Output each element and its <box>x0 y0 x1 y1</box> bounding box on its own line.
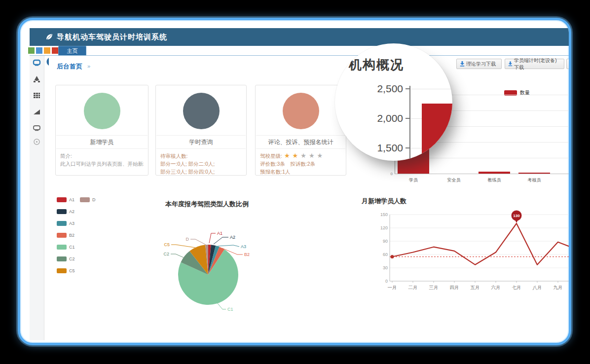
pie-legend-item[interactable]: B2 <box>57 233 74 238</box>
legend-label: A1 <box>69 197 74 202</box>
decor-square-orange <box>44 47 50 54</box>
sidebar-collapse-icon[interactable] <box>44 57 49 66</box>
pie-label-leader <box>214 237 228 244</box>
x-axis <box>395 174 569 174</box>
legend-label: C2 <box>69 256 75 261</box>
peak-pin-label: 130 <box>513 214 520 218</box>
pie-legend-item[interactable]: A2 <box>57 209 74 214</box>
x-month-label: 八月 <box>533 285 542 291</box>
star-icon: ★ <box>300 152 307 160</box>
star-icon: ★ <box>317 152 324 160</box>
legend-swatch <box>57 268 67 273</box>
card-title: 学时查询 <box>156 136 246 148</box>
card-line: 简介: <box>60 152 144 160</box>
pie-chart: A1A2A3B2C1C2C5D <box>148 210 311 328</box>
pie-legend-item[interactable]: C5 <box>57 268 75 273</box>
x-month-label: 四月 <box>450 285 459 290</box>
y-tick-label: 0 <box>368 172 393 176</box>
legend-swatch <box>80 197 90 202</box>
pie-slice-label: D <box>186 237 189 242</box>
legend-swatch <box>57 197 67 202</box>
entry-card[interactable]: 学时查询待审核人数:部分一:0人; 部分二:0人;部分三:0人; 部分四:0人; <box>155 85 247 176</box>
pie-slice-label: A2 <box>230 235 235 240</box>
pie-label-leader <box>171 254 184 257</box>
pie-slice-label: B2 <box>244 252 250 257</box>
legend-label: C1 <box>69 245 75 250</box>
app-header: 导航机动车驾驶员计时培训系统 <box>30 28 569 46</box>
sidebar-sitemap-icon[interactable] <box>33 75 41 83</box>
card-line: 部分一:0人; 部分二:0人; <box>160 160 242 168</box>
app-title: 导航机动车驾驶员计时培训系统 <box>57 33 167 42</box>
button-label: 理论学习下载 <box>466 61 496 68</box>
card-line: 待审核人数: <box>160 152 242 160</box>
app-frame: 导航机动车驾驶员计时培训系统 主页 <box>18 18 571 345</box>
decor-square-red <box>52 47 58 54</box>
pie-label-leader <box>190 239 206 245</box>
legend-label: D <box>92 197 96 202</box>
y-tick-label: 120 <box>380 225 388 230</box>
legend-label: C5 <box>69 268 75 273</box>
legend-swatch <box>57 245 67 250</box>
sidebar <box>30 56 44 340</box>
decor-square-blue <box>36 47 42 54</box>
sidebar-chart-icon[interactable] <box>33 108 41 116</box>
card-title: 评论、投诉、预报名统计 <box>256 136 346 148</box>
x-category-label: 安全员 <box>437 177 471 183</box>
tab-home[interactable]: 主页 <box>58 46 86 55</box>
legend-swatch <box>57 209 67 214</box>
pie-legend-item[interactable]: A1 <box>57 197 74 202</box>
leaf-logo-icon <box>45 33 54 41</box>
tick-mark <box>406 147 410 148</box>
card-title: 新增学员 <box>56 136 148 148</box>
magnified-tick-label: 2,500 <box>354 83 403 95</box>
bar <box>479 172 510 174</box>
pie-legend-item[interactable]: C1 <box>57 245 75 250</box>
magnifier-overlay: 机构概况 2,500 2,000 1,500 <box>335 43 452 161</box>
star-icon: ★ <box>293 152 299 160</box>
x-month-label: 九月 <box>553 285 563 290</box>
clipped-download-button[interactable] <box>566 59 571 69</box>
pie-legend-item[interactable]: C2 <box>57 256 75 261</box>
entry-card[interactable]: 新增学员简介:此入口可到达学员列表页面、开始新增学 <box>55 85 148 176</box>
rating-row: 驾校星级:★★★★★ <box>260 152 341 160</box>
rating-label: 驾校星级: <box>260 152 282 160</box>
pie-label-leader <box>218 303 226 309</box>
pie-legend-item[interactable]: D <box>80 197 96 202</box>
card-line: 部分三:0人; 部分四:0人; <box>160 168 242 176</box>
card-description: 待审核人数:部分一:0人; 部分二:0人;部分三:0人; 部分四:0人; <box>156 149 246 179</box>
x-month-label: 五月 <box>471 285 480 290</box>
legend-label: B2 <box>69 233 74 238</box>
x-month-label: 一月 <box>388 285 397 290</box>
sidebar-laptop-icon[interactable] <box>33 124 41 132</box>
legend-swatch <box>57 221 67 226</box>
theory-download-button[interactable]: 理论学习下载 <box>456 59 502 69</box>
breadcrumb[interactable]: 后台首页 <box>57 62 82 71</box>
legend-swatch <box>57 256 67 261</box>
sidebar-target-icon[interactable] <box>33 138 41 146</box>
legend-label: A3 <box>69 221 74 226</box>
pie-legend-item[interactable]: A3 <box>57 221 74 226</box>
card-circle <box>283 93 319 129</box>
card-description: 驾校星级:★★★★★评价数:3条 投诉数:2条预报名数:1人 <box>256 149 346 179</box>
data-point-dot <box>391 255 394 258</box>
line-chart: 0306090120150一月二月三月四月五月六月七月八月九月130 <box>375 205 569 303</box>
bar <box>518 173 550 174</box>
pie-label-leader <box>209 233 216 243</box>
entry-card[interactable]: 评论、投诉、预报名统计驾校星级:★★★★★评价数:3条 投诉数:2条预报名数:1… <box>255 85 346 176</box>
download-icon <box>508 61 513 67</box>
magnified-chart-title: 机构概况 <box>349 56 404 73</box>
button-label: 学员端计时(老设备)下载 <box>514 57 561 71</box>
card-line: 此入口可到达学员列表页面、开始新增学 <box>60 160 144 168</box>
magnified-tick-label: 2,000 <box>354 112 403 124</box>
student-device-download-button[interactable]: 学员端计时(老设备)下载 <box>505 59 564 69</box>
tab-strip: 主页 <box>30 46 569 56</box>
y-tick-label: 90 <box>383 239 388 244</box>
sidebar-grid-icon[interactable] <box>33 91 41 100</box>
card-description: 简介:此入口可到达学员列表页面、开始新增学 <box>56 149 148 171</box>
sidebar-dashboard-icon[interactable] <box>33 59 41 67</box>
x-category-label: 学员 <box>396 177 431 183</box>
magnified-y-axis <box>409 86 410 161</box>
star-icon: ★ <box>284 152 291 160</box>
pie-label-leader <box>171 245 195 248</box>
pie-slice-label: C5 <box>164 242 170 247</box>
